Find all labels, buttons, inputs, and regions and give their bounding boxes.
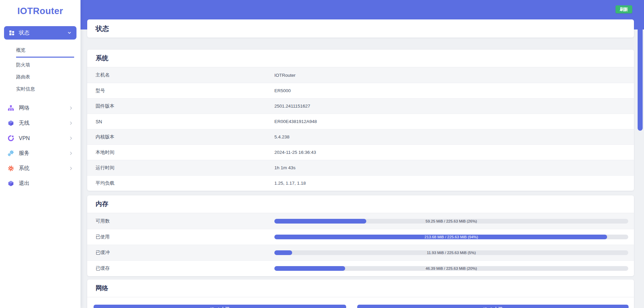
table-row: 主机名 IOTRouter: [87, 67, 634, 83]
sidebar-item-firewall[interactable]: 防火墙: [16, 59, 74, 71]
cube-icon: [7, 120, 14, 127]
chevron-right-icon: [69, 151, 73, 156]
ipv6-upstream-header: IPv6 上游: [357, 305, 629, 308]
row-value: 1.25, 1.17, 1.18: [274, 181, 306, 186]
sidebar-group-label: 服务: [19, 150, 69, 157]
row-label: 型号: [96, 88, 274, 94]
row-label: 可用数: [96, 218, 274, 224]
table-row: 内核版本 5.4.238: [87, 129, 634, 144]
progress-label: 213.68 MiB / 225.63 MiB (94%): [274, 235, 628, 239]
sidebar-group-label: 网络: [19, 105, 69, 112]
system-section: 系统 主机名 IOTRouter 型号 ER5000 固件版本 2501.241…: [87, 50, 634, 191]
sidebar-group-services[interactable]: 服务: [0, 146, 80, 161]
ipv4-upstream-column: IPv4 上游: [94, 305, 346, 308]
network-columns: IPv4 上游 IPv6 上游: [87, 297, 634, 308]
network-section: 网络 IPv4 上游 IPv6 上游: [87, 280, 634, 308]
chevron-right-icon: [69, 106, 73, 110]
table-row: 本地时间 2024-11-25 16:36:43: [87, 144, 634, 160]
status-submenu: 概览 防火墙 路由表 实时信息: [16, 44, 74, 95]
row-label: 已使用: [96, 234, 274, 240]
progress-label: 46.39 MiB / 225.63 MiB (20%): [274, 266, 628, 271]
sidebar-group-label: 状态: [19, 29, 67, 37]
page-title: 状态: [96, 24, 109, 33]
row-value: ER5000: [274, 88, 291, 93]
row-value: 1h 1m 43s: [274, 165, 296, 170]
main-area: 刷新 状态 系统 主机名 IOTRouter 型号 ER5000: [80, 0, 644, 308]
memory-progressbar: 59.25 MiB / 225.63 MiB (26%): [274, 219, 628, 224]
sidebar-group-system[interactable]: 系统: [0, 161, 80, 176]
section-title: 网络: [96, 284, 108, 293]
sidebar-item-logout[interactable]: 退出: [0, 176, 80, 191]
sidebar-item-realtime[interactable]: 实时信息: [16, 83, 74, 95]
row-label: 已缓冲: [96, 250, 274, 256]
row-label: 运行时间: [96, 165, 274, 171]
row-value: IOTRouter: [274, 73, 296, 78]
row-value: 2024-11-25 16:36:43: [274, 150, 316, 155]
chevron-right-icon: [69, 166, 73, 171]
section-title: 系统: [96, 54, 108, 63]
sidebar-item-overview[interactable]: 概览: [16, 44, 74, 58]
row-value: 5.4.238: [274, 134, 289, 139]
page-content: 状态 系统 主机名 IOTRouter 型号 ER5000 固件版本 2501.…: [87, 19, 634, 308]
progress-label: 11.93 MiB / 225.63 MiB (5%): [274, 250, 628, 255]
ipv4-upstream-header: IPv4 上游: [94, 305, 346, 308]
sidebar-group-label: VPN: [19, 135, 69, 141]
sidebar-group-label: 系统: [19, 165, 69, 172]
system-section-header: 系统: [87, 50, 634, 67]
row-label: 本地时间: [96, 149, 274, 156]
chevron-right-icon: [69, 136, 73, 140]
memory-progressbar: 213.68 MiB / 225.63 MiB (94%): [274, 235, 628, 239]
gears-icon: [7, 150, 14, 157]
sidebar-group-label: 无线: [19, 120, 69, 127]
table-row: 型号 ER5000: [87, 83, 634, 98]
sitemap-icon: [7, 105, 14, 112]
sidebar: IOTRouter 状态 概览 防火墙 路由表 实时信息: [0, 0, 80, 308]
row-label: SN: [96, 119, 274, 124]
sidebar-group-wireless[interactable]: 无线: [0, 116, 80, 131]
ipv6-upstream-column: IPv6 上游: [357, 305, 629, 308]
memory-row: 已缓冲 11.93 MiB / 225.63 MiB (5%): [87, 245, 634, 260]
memory-row: 已缓存 46.39 MiB / 225.63 MiB (20%): [87, 260, 634, 276]
sidebar-group-label: 退出: [19, 180, 73, 187]
memory-progressbar: 11.93 MiB / 225.63 MiB (5%): [274, 250, 628, 255]
memory-progressbar: 46.39 MiB / 225.63 MiB (20%): [274, 266, 628, 271]
row-label: 已缓存: [96, 265, 274, 271]
dashboard-grid-icon: [9, 30, 15, 36]
memory-row: 已使用 213.68 MiB / 225.63 MiB (94%): [87, 229, 634, 245]
brand-logo: IOTRouter: [0, 0, 80, 22]
chevron-down-icon: [67, 30, 72, 35]
row-label: 固件版本: [96, 103, 274, 109]
gear-icon: [7, 165, 14, 172]
row-value: 2501.2411151627: [274, 104, 310, 109]
page-title-card: 状态: [87, 19, 634, 38]
progress-label: 59.25 MiB / 225.63 MiB (26%): [274, 219, 628, 224]
refresh-button[interactable]: 刷新: [615, 5, 632, 13]
sidebar-item-routes[interactable]: 路由表: [16, 71, 74, 83]
section-title: 内存: [96, 200, 108, 208]
router-admin-app: IOTRouter 状态 概览 防火墙 路由表 实时信息: [0, 0, 644, 308]
memory-section-header: 内存: [87, 195, 634, 213]
network-section-header: 网络: [87, 280, 634, 297]
sidebar-group-network[interactable]: 网络: [0, 101, 80, 116]
table-row: 固件版本 2501.2411151627: [87, 98, 634, 114]
table-row: 平均负载 1.25, 1.17, 1.18: [87, 175, 634, 191]
table-row: 运行时间 1h 1m 43s: [87, 160, 634, 175]
sidebar-group-vpn[interactable]: VPN: [0, 131, 80, 146]
row-label: 内核版本: [96, 134, 274, 140]
sidebar-group-status[interactable]: 状态: [4, 26, 76, 40]
sidebar-groups: 网络 无线: [0, 101, 80, 191]
memory-row: 可用数 59.25 MiB / 225.63 MiB (26%): [87, 213, 634, 229]
vpn-circle-icon: [7, 135, 14, 142]
row-label: 平均负载: [96, 180, 274, 186]
vertical-scrollbar-thumb[interactable]: [638, 0, 643, 131]
cube-icon: [7, 180, 14, 187]
chevron-right-icon: [69, 121, 73, 125]
row-label: 主机名: [96, 72, 274, 78]
memory-section: 内存 可用数 59.25 MiB / 225.63 MiB (26%) 已使用: [87, 195, 634, 276]
table-row: SN ER00E4381912A948: [87, 114, 634, 129]
row-value: ER00E4381912A948: [274, 119, 317, 124]
